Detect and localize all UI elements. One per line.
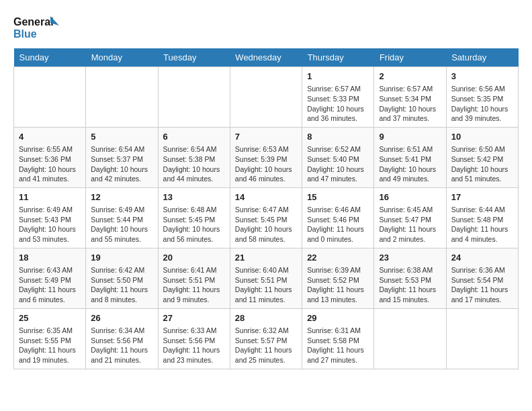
day-info: Sunrise: 6:51 AM Sunset: 5:41 PM Dayligh… xyxy=(379,144,441,184)
page-header: GeneralBlue xyxy=(13,13,519,42)
day-info: Sunrise: 6:33 AM Sunset: 5:56 PM Dayligh… xyxy=(163,326,225,365)
calendar-cell: 20Sunrise: 6:41 AM Sunset: 5:51 PM Dayli… xyxy=(158,248,230,308)
day-number: 26 xyxy=(91,312,152,324)
day-info: Sunrise: 6:52 AM Sunset: 5:40 PM Dayligh… xyxy=(307,144,369,184)
day-number: 22 xyxy=(307,252,369,264)
day-info: Sunrise: 6:31 AM Sunset: 5:58 PM Dayligh… xyxy=(307,326,369,365)
calendar-cell: 13Sunrise: 6:48 AM Sunset: 5:45 PM Dayli… xyxy=(158,187,230,248)
day-info: Sunrise: 6:43 AM Sunset: 5:49 PM Dayligh… xyxy=(19,265,81,305)
calendar-cell: 2Sunrise: 6:57 AM Sunset: 5:34 PM Daylig… xyxy=(374,67,446,128)
day-number: 1 xyxy=(307,71,369,83)
day-info: Sunrise: 6:45 AM Sunset: 5:47 PM Dayligh… xyxy=(379,205,441,244)
calendar-week-2: 4Sunrise: 6:55 AM Sunset: 5:36 PM Daylig… xyxy=(14,127,519,187)
logo-svg: GeneralBlue xyxy=(13,13,67,42)
col-header-saturday: Saturday xyxy=(446,48,518,67)
day-info: Sunrise: 6:32 AM Sunset: 5:57 PM Dayligh… xyxy=(235,326,297,365)
day-number: 16 xyxy=(379,191,441,203)
calendar-cell xyxy=(86,67,158,128)
day-number: 29 xyxy=(307,312,369,324)
day-number: 21 xyxy=(235,252,297,264)
calendar-cell: 25Sunrise: 6:35 AM Sunset: 5:55 PM Dayli… xyxy=(14,308,86,369)
day-info: Sunrise: 6:39 AM Sunset: 5:52 PM Dayligh… xyxy=(307,265,369,305)
day-number: 14 xyxy=(235,191,297,203)
day-info: Sunrise: 6:54 AM Sunset: 5:38 PM Dayligh… xyxy=(163,144,225,184)
day-number: 13 xyxy=(163,191,225,203)
col-header-wednesday: Wednesday xyxy=(230,48,302,67)
calendar-cell xyxy=(446,308,518,369)
calendar-week-3: 11Sunrise: 6:49 AM Sunset: 5:43 PM Dayli… xyxy=(14,187,519,248)
calendar-cell: 10Sunrise: 6:50 AM Sunset: 5:42 PM Dayli… xyxy=(446,127,518,187)
col-header-sunday: Sunday xyxy=(14,48,86,67)
day-info: Sunrise: 6:36 AM Sunset: 5:54 PM Dayligh… xyxy=(451,265,513,305)
calendar-cell: 15Sunrise: 6:46 AM Sunset: 5:46 PM Dayli… xyxy=(302,187,374,248)
day-info: Sunrise: 6:46 AM Sunset: 5:46 PM Dayligh… xyxy=(307,205,369,244)
day-info: Sunrise: 6:47 AM Sunset: 5:45 PM Dayligh… xyxy=(235,205,297,244)
day-info: Sunrise: 6:34 AM Sunset: 5:56 PM Dayligh… xyxy=(91,326,152,365)
calendar-cell: 9Sunrise: 6:51 AM Sunset: 5:41 PM Daylig… xyxy=(374,127,446,187)
calendar-cell: 21Sunrise: 6:40 AM Sunset: 5:51 PM Dayli… xyxy=(230,248,302,308)
calendar-cell: 22Sunrise: 6:39 AM Sunset: 5:52 PM Dayli… xyxy=(302,248,374,308)
day-number: 11 xyxy=(19,191,81,203)
calendar-cell: 7Sunrise: 6:53 AM Sunset: 5:39 PM Daylig… xyxy=(230,127,302,187)
calendar-cell xyxy=(374,308,446,369)
calendar-cell xyxy=(230,67,302,128)
day-number: 19 xyxy=(91,252,152,264)
day-number: 25 xyxy=(19,312,81,324)
day-number: 18 xyxy=(19,252,81,264)
day-info: Sunrise: 6:49 AM Sunset: 5:43 PM Dayligh… xyxy=(19,205,81,244)
day-info: Sunrise: 6:48 AM Sunset: 5:45 PM Dayligh… xyxy=(163,205,225,244)
calendar-cell: 8Sunrise: 6:52 AM Sunset: 5:40 PM Daylig… xyxy=(302,127,374,187)
day-number: 10 xyxy=(451,131,513,143)
calendar-cell: 17Sunrise: 6:44 AM Sunset: 5:48 PM Dayli… xyxy=(446,187,518,248)
calendar-cell: 28Sunrise: 6:32 AM Sunset: 5:57 PM Dayli… xyxy=(230,308,302,369)
col-header-thursday: Thursday xyxy=(302,48,374,67)
calendar-cell: 11Sunrise: 6:49 AM Sunset: 5:43 PM Dayli… xyxy=(14,187,86,248)
day-number: 28 xyxy=(235,312,297,324)
day-info: Sunrise: 6:41 AM Sunset: 5:51 PM Dayligh… xyxy=(163,265,225,305)
calendar-cell: 4Sunrise: 6:55 AM Sunset: 5:36 PM Daylig… xyxy=(14,127,86,187)
col-header-tuesday: Tuesday xyxy=(158,48,230,67)
day-info: Sunrise: 6:55 AM Sunset: 5:36 PM Dayligh… xyxy=(19,144,81,184)
day-info: Sunrise: 6:38 AM Sunset: 5:53 PM Dayligh… xyxy=(379,265,441,305)
col-header-friday: Friday xyxy=(374,48,446,67)
calendar-cell: 6Sunrise: 6:54 AM Sunset: 5:38 PM Daylig… xyxy=(158,127,230,187)
day-info: Sunrise: 6:40 AM Sunset: 5:51 PM Dayligh… xyxy=(235,265,297,305)
day-info: Sunrise: 6:44 AM Sunset: 5:48 PM Dayligh… xyxy=(451,205,513,244)
calendar-cell: 18Sunrise: 6:43 AM Sunset: 5:49 PM Dayli… xyxy=(14,248,86,308)
day-info: Sunrise: 6:53 AM Sunset: 5:39 PM Dayligh… xyxy=(235,144,297,184)
calendar-cell xyxy=(14,67,86,128)
day-info: Sunrise: 6:56 AM Sunset: 5:35 PM Dayligh… xyxy=(451,84,513,124)
calendar-cell: 3Sunrise: 6:56 AM Sunset: 5:35 PM Daylig… xyxy=(446,67,518,128)
calendar-week-1: 1Sunrise: 6:57 AM Sunset: 5:33 PM Daylig… xyxy=(14,67,519,128)
day-number: 4 xyxy=(19,131,81,143)
calendar-cell: 19Sunrise: 6:42 AM Sunset: 5:50 PM Dayli… xyxy=(86,248,158,308)
day-number: 7 xyxy=(235,131,297,143)
calendar-cell: 24Sunrise: 6:36 AM Sunset: 5:54 PM Dayli… xyxy=(446,248,518,308)
day-number: 6 xyxy=(163,131,225,143)
day-info: Sunrise: 6:35 AM Sunset: 5:55 PM Dayligh… xyxy=(19,326,81,365)
day-number: 20 xyxy=(163,252,225,264)
day-number: 3 xyxy=(451,71,513,83)
day-number: 5 xyxy=(91,131,152,143)
calendar-cell: 1Sunrise: 6:57 AM Sunset: 5:33 PM Daylig… xyxy=(302,67,374,128)
day-number: 2 xyxy=(379,71,441,83)
day-info: Sunrise: 6:57 AM Sunset: 5:33 PM Dayligh… xyxy=(307,84,369,124)
calendar-header-row: SundayMondayTuesdayWednesdayThursdayFrid… xyxy=(14,48,519,67)
calendar-cell: 27Sunrise: 6:33 AM Sunset: 5:56 PM Dayli… xyxy=(158,308,230,369)
day-info: Sunrise: 6:50 AM Sunset: 5:42 PM Dayligh… xyxy=(451,144,513,184)
calendar-cell: 12Sunrise: 6:49 AM Sunset: 5:44 PM Dayli… xyxy=(86,187,158,248)
col-header-monday: Monday xyxy=(86,48,158,67)
calendar-week-5: 25Sunrise: 6:35 AM Sunset: 5:55 PM Dayli… xyxy=(14,308,519,369)
day-number: 8 xyxy=(307,131,369,143)
logo: GeneralBlue xyxy=(13,13,67,42)
svg-text:General: General xyxy=(13,16,54,28)
calendar-cell: 23Sunrise: 6:38 AM Sunset: 5:53 PM Dayli… xyxy=(374,248,446,308)
day-info: Sunrise: 6:42 AM Sunset: 5:50 PM Dayligh… xyxy=(91,265,152,305)
svg-text:Blue: Blue xyxy=(13,28,37,40)
calendar-cell xyxy=(158,67,230,128)
day-number: 27 xyxy=(163,312,225,324)
day-info: Sunrise: 6:49 AM Sunset: 5:44 PM Dayligh… xyxy=(91,205,152,244)
day-number: 17 xyxy=(451,191,513,203)
day-number: 9 xyxy=(379,131,441,143)
calendar-cell: 26Sunrise: 6:34 AM Sunset: 5:56 PM Dayli… xyxy=(86,308,158,369)
